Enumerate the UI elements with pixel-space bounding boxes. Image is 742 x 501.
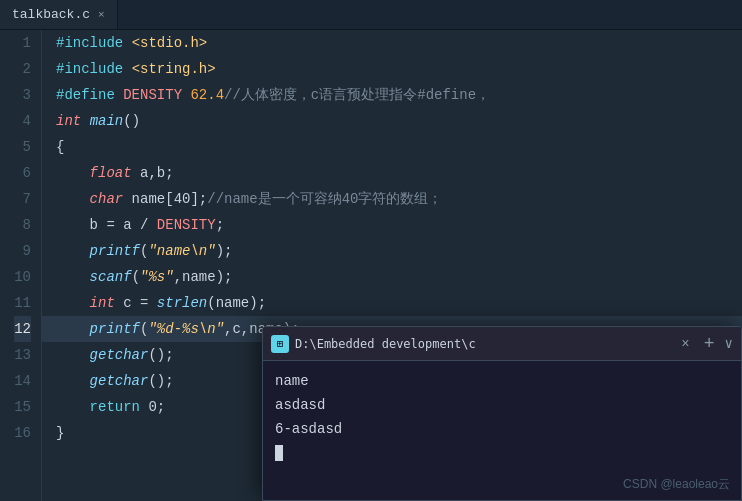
line-number-9: 9 xyxy=(23,238,31,264)
line-number-15: 15 xyxy=(14,394,31,420)
code-line-6: float a,b; xyxy=(42,160,742,186)
terminal-cursor-line xyxy=(275,441,729,465)
token xyxy=(56,347,90,363)
line-number-2: 2 xyxy=(23,56,31,82)
terminal-icon: ⊞ xyxy=(271,335,289,353)
code-line-1: #include <stdio.h> xyxy=(42,30,742,56)
line-number-4: 4 xyxy=(23,108,31,134)
token: (name); xyxy=(207,295,266,311)
token: DENSITY xyxy=(123,87,182,103)
tab-filename: talkback.c xyxy=(12,7,90,22)
token: ,name); xyxy=(174,269,233,285)
code-line-7: char name[40];//name是一个可容纳40字符的数组； xyxy=(42,186,742,212)
token: { xyxy=(56,139,64,155)
line-number-5: 5 xyxy=(23,134,31,160)
token: //name是一个可容纳40字符的数组； xyxy=(207,191,442,207)
token: a,b; xyxy=(132,165,174,181)
editor-area: 12345678910111213141516 #include <stdio.… xyxy=(0,30,742,501)
token: getchar xyxy=(90,373,149,389)
terminal-line-1: asdasd xyxy=(275,393,729,417)
token: strlen xyxy=(157,295,207,311)
line-number-6: 6 xyxy=(23,160,31,186)
line-number-11: 11 xyxy=(14,290,31,316)
line-number-14: 14 xyxy=(14,368,31,394)
token xyxy=(56,243,90,259)
terminal-add-button[interactable]: + xyxy=(700,334,719,354)
terminal-cursor xyxy=(275,445,283,461)
tab-close-button[interactable]: × xyxy=(98,9,105,21)
token: DENSITY xyxy=(157,217,216,233)
token: getchar xyxy=(90,347,149,363)
terminal-close-button[interactable]: × xyxy=(677,334,693,354)
token: int xyxy=(56,113,81,129)
tab-bar: talkback.c × xyxy=(0,0,742,30)
token: #include xyxy=(56,35,123,51)
token xyxy=(56,373,90,389)
terminal-line-0: name xyxy=(275,369,729,393)
token: "%s" xyxy=(140,269,174,285)
token xyxy=(115,87,123,103)
token: float xyxy=(90,165,132,181)
token: () xyxy=(123,113,140,129)
line-number-8: 8 xyxy=(23,212,31,238)
token: "name\n" xyxy=(148,243,215,259)
token: ( xyxy=(132,269,140,285)
line-number-12: 12 xyxy=(14,316,31,342)
line-numbers: 12345678910111213141516 xyxy=(0,30,42,501)
code-line-11: int c = strlen(name); xyxy=(42,290,742,316)
terminal-body: nameasdasd6-asdasd xyxy=(263,361,741,473)
token: (); xyxy=(148,373,173,389)
token xyxy=(56,321,90,337)
code-line-10: scanf("%s",name); xyxy=(42,264,742,290)
token: 62.4 xyxy=(190,87,224,103)
terminal-line-2: 6-asdasd xyxy=(275,417,729,441)
token xyxy=(81,113,89,129)
terminal-path: D:\Embedded development\c xyxy=(295,337,671,351)
token: return xyxy=(90,399,140,415)
token: int xyxy=(90,295,115,311)
token: 0; xyxy=(140,399,165,415)
code-line-9: printf("name\n"); xyxy=(42,238,742,264)
watermark: CSDN @leaoleao云 xyxy=(623,476,730,493)
token: scanf xyxy=(90,269,132,285)
line-number-13: 13 xyxy=(14,342,31,368)
token: main xyxy=(90,113,124,129)
token: ); xyxy=(216,243,233,259)
token: printf xyxy=(90,243,140,259)
token xyxy=(56,295,90,311)
line-number-1: 1 xyxy=(23,30,31,56)
line-number-7: 7 xyxy=(23,186,31,212)
token xyxy=(56,269,90,285)
token xyxy=(123,61,131,77)
terminal-chevron-button[interactable]: ∨ xyxy=(725,335,733,352)
line-number-3: 3 xyxy=(23,82,31,108)
token xyxy=(123,35,131,51)
token: ; xyxy=(216,217,224,233)
token xyxy=(56,165,90,181)
token: b = a / xyxy=(56,217,157,233)
token: #include xyxy=(56,61,123,77)
code-line-3: #define DENSITY 62.4//人体密度，c语言预处理指令#defi… xyxy=(42,82,742,108)
line-number-16: 16 xyxy=(14,420,31,446)
token xyxy=(56,191,90,207)
token: (); xyxy=(148,347,173,363)
token: "%d-%s\n" xyxy=(148,321,224,337)
token: c = xyxy=(115,295,157,311)
token: <stdio.h> xyxy=(132,35,208,51)
token: } xyxy=(56,425,64,441)
token: //人体密度，c语言预处理指令#define， xyxy=(224,87,490,103)
token: char xyxy=(90,191,124,207)
code-line-4: int main() xyxy=(42,108,742,134)
token xyxy=(56,399,90,415)
line-number-10: 10 xyxy=(14,264,31,290)
code-line-8: b = a / DENSITY; xyxy=(42,212,742,238)
terminal-panel: ⊞ D:\Embedded development\c × + ∨ nameas… xyxy=(262,326,742,501)
editor-tab[interactable]: talkback.c × xyxy=(0,0,118,29)
code-line-2: #include <string.h> xyxy=(42,56,742,82)
token: #define xyxy=(56,87,115,103)
token: <string.h> xyxy=(132,61,216,77)
terminal-tab-bar: ⊞ D:\Embedded development\c × + ∨ xyxy=(263,327,741,361)
code-line-5: { xyxy=(42,134,742,160)
token: printf xyxy=(90,321,140,337)
token: name[40]; xyxy=(123,191,207,207)
